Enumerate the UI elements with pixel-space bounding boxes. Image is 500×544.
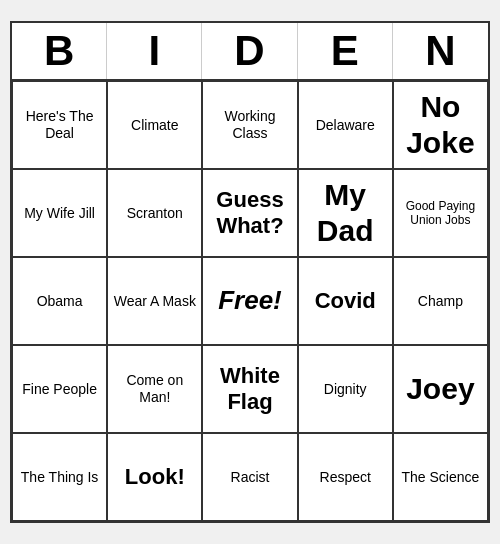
header-letter: E: [298, 23, 393, 79]
bingo-cell: Fine People: [12, 345, 107, 433]
bingo-cell: My Wife Jill: [12, 169, 107, 257]
header-letter: B: [12, 23, 107, 79]
bingo-cell: Champ: [393, 257, 488, 345]
header-letter: D: [202, 23, 297, 79]
bingo-cell: No Joke: [393, 81, 488, 169]
bingo-cell: Scranton: [107, 169, 202, 257]
bingo-card: BIDEN Here's The DealClimateWorking Clas…: [10, 21, 490, 523]
bingo-cell: Delaware: [298, 81, 393, 169]
bingo-cell: Climate: [107, 81, 202, 169]
bingo-cell: Good Paying Union Jobs: [393, 169, 488, 257]
bingo-cell: The Thing Is: [12, 433, 107, 521]
bingo-cell: Look!: [107, 433, 202, 521]
bingo-cell: The Science: [393, 433, 488, 521]
bingo-cell: Working Class: [202, 81, 297, 169]
bingo-cell: White Flag: [202, 345, 297, 433]
bingo-cell: Joey: [393, 345, 488, 433]
bingo-cell: Dignity: [298, 345, 393, 433]
bingo-header: BIDEN: [12, 23, 488, 81]
bingo-cell: My Dad: [298, 169, 393, 257]
bingo-cell: Wear A Mask: [107, 257, 202, 345]
bingo-cell: Covid: [298, 257, 393, 345]
bingo-cell: Guess What?: [202, 169, 297, 257]
bingo-cell: Free!: [202, 257, 297, 345]
header-letter: I: [107, 23, 202, 79]
bingo-cell: Racist: [202, 433, 297, 521]
bingo-cell: Come on Man!: [107, 345, 202, 433]
bingo-cell: Here's The Deal: [12, 81, 107, 169]
bingo-cell: Obama: [12, 257, 107, 345]
bingo-grid: Here's The DealClimateWorking ClassDelaw…: [12, 81, 488, 521]
header-letter: N: [393, 23, 488, 79]
bingo-cell: Respect: [298, 433, 393, 521]
